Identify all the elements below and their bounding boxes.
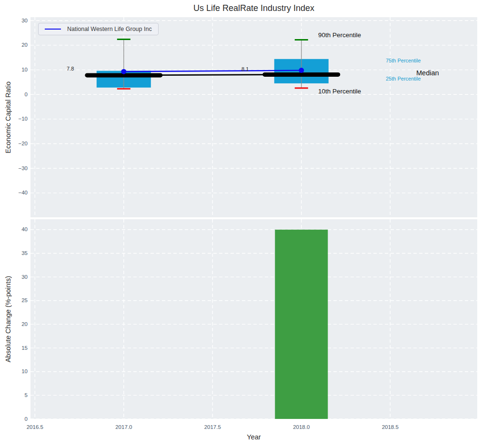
company-marker	[121, 69, 126, 74]
y-tick-label: 25	[0, 297, 28, 304]
figure: Us Life RealRate Industry Index Economic…	[0, 0, 482, 448]
change-bar	[275, 230, 328, 419]
y-tick-label: 10	[0, 66, 28, 73]
annotation-75th-percentile: 75th Percentile	[386, 58, 421, 63]
annotation-25th-percentile: 25th Percentile	[386, 76, 421, 81]
y-tick-label: 30	[0, 17, 28, 24]
y-tick-label: 10	[0, 368, 28, 375]
median-value-label-2017: 7.8	[67, 66, 74, 71]
x-tick-label: 2018.0	[285, 424, 318, 431]
y-tick-label: 35	[0, 250, 28, 257]
median-value-label-2018: 8.1	[241, 66, 249, 72]
absolute-change-plot	[30, 219, 477, 419]
x-tick-label: 2018.5	[373, 424, 407, 431]
legend: National Western Life Group Inc	[38, 23, 159, 35]
y-tick-label: 0	[0, 91, 28, 98]
y-tick-label: −30	[0, 165, 28, 172]
y-tick-label: 0	[0, 416, 28, 423]
chart-title: Us Life RealRate Industry Index	[30, 3, 477, 13]
company-line-swatch-icon	[45, 29, 61, 30]
x-tick-label: 2017.0	[107, 424, 141, 431]
bottom-y-axis-label-wrap: Absolute Change (%-points)	[2, 219, 14, 419]
y-tick-label: 20	[0, 321, 28, 328]
company-marker	[299, 68, 304, 73]
y-tick-label: 40	[0, 226, 28, 233]
annotation-90th-percentile: 90th Percentile	[318, 31, 361, 39]
top-plot-canvas	[30, 17, 477, 217]
legend-label: National Western Life Group Inc	[67, 26, 152, 32]
x-tick-label: 2016.5	[18, 424, 51, 431]
economic-capital-ratio-plot	[30, 17, 477, 217]
y-tick-label: −10	[0, 115, 28, 122]
y-tick-label: −40	[0, 189, 28, 196]
x-tick-label: 2017.5	[196, 424, 229, 431]
y-tick-label: 15	[0, 345, 28, 352]
y-tick-label: 20	[0, 41, 28, 49]
y-tick-label: −20	[0, 140, 28, 147]
x-axis-label: Year	[30, 433, 477, 441]
y-tick-label: 30	[0, 274, 28, 281]
bottom-plot-canvas	[30, 219, 477, 419]
y-tick-label: 5	[0, 392, 28, 399]
annotation-10th-percentile: 10th Percentile	[318, 88, 361, 95]
